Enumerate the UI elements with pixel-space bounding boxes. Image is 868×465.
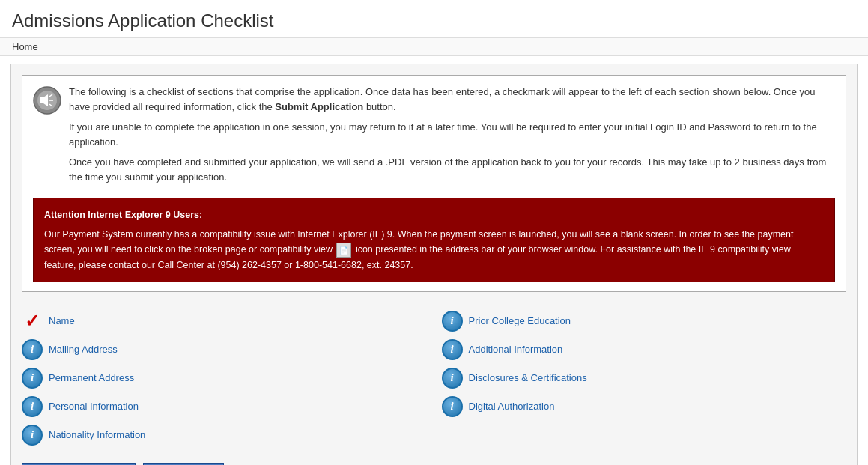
checklist-link-mailing-address[interactable]: Mailing Address <box>49 344 118 355</box>
checklist-left-column: ✓ Name i Mailing Address i Permanent Add… <box>22 307 427 449</box>
checklist-link-name[interactable]: Name <box>49 315 75 326</box>
list-item: i Personal Information <box>22 392 427 421</box>
info-text: The following is a checklist of sections… <box>69 85 835 190</box>
checklist-right-column: i Prior College Education i Additional I… <box>442 307 847 449</box>
list-item: i Nationality Information <box>22 421 427 449</box>
compat-icon: 📄 <box>336 243 351 258</box>
info-icon: i <box>442 311 463 332</box>
checkmark-icon: ✓ <box>22 311 43 332</box>
page-title: Admissions Application Checklist <box>0 0 868 37</box>
info-icon: i <box>22 339 43 360</box>
breadcrumb: Home <box>0 37 868 56</box>
list-item: ✓ Name <box>22 307 427 335</box>
checklist-link-personal-information[interactable]: Personal Information <box>49 401 139 412</box>
list-item: i Permanent Address <box>22 364 427 392</box>
info-icon: i <box>442 339 463 360</box>
list-item: i Digital Authorization <box>442 392 847 421</box>
info-box-header: The following is a checklist of sections… <box>33 85 835 190</box>
info-paragraph-2: If you are unable to complete the applic… <box>69 120 835 149</box>
info-box: The following is a checklist of sections… <box>22 75 846 292</box>
info-icon: i <box>442 368 463 389</box>
checklist-link-permanent-address[interactable]: Permanent Address <box>49 372 134 383</box>
list-item: i Disclosures & Certifications <box>442 364 847 392</box>
info-paragraph-1: The following is a checklist of sections… <box>69 85 835 114</box>
info-speaker-icon <box>33 86 61 115</box>
home-link[interactable]: Home <box>12 41 38 52</box>
checklist-link-prior-college[interactable]: Prior College Education <box>469 315 571 326</box>
info-paragraph-3: Once you have completed and submitted yo… <box>69 155 835 184</box>
info-icon: i <box>442 396 463 417</box>
alert-body: Our Payment System currently has a compa… <box>44 227 824 273</box>
list-item: i Mailing Address <box>22 335 427 364</box>
info-icon: i <box>22 425 43 446</box>
info-icon: i <box>22 396 43 417</box>
alert-box: Attention Internet Explorer 9 Users: Our… <box>33 198 835 282</box>
main-content: The following is a checklist of sections… <box>10 64 858 465</box>
checklist-link-disclosures[interactable]: Disclosures & Certifications <box>469 372 587 383</box>
checklist-link-digital-authorization[interactable]: Digital Authorization <box>469 401 555 412</box>
info-icon: i <box>22 368 43 389</box>
list-item: i Additional Information <box>442 335 847 364</box>
list-item: i Prior College Education <box>442 307 847 335</box>
checklist-link-nationality-information[interactable]: Nationality Information <box>49 429 145 440</box>
checklist: ✓ Name i Mailing Address i Permanent Add… <box>22 303 846 454</box>
checklist-link-additional-information[interactable]: Additional Information <box>469 344 563 355</box>
alert-title: Attention Internet Explorer 9 Users: <box>44 207 824 222</box>
